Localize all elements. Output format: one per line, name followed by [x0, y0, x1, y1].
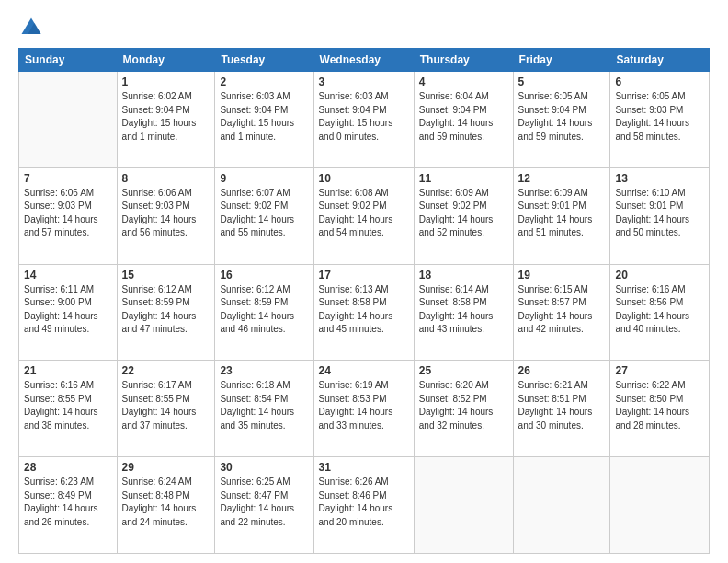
day-info: Sunrise: 6:20 AMSunset: 8:52 PMDaylight:… — [419, 379, 508, 432]
calendar-header-sunday: Sunday — [19, 49, 118, 72]
day-info: Sunrise: 6:25 AMSunset: 8:47 PMDaylight:… — [220, 476, 308, 529]
day-info: Sunrise: 6:05 AMSunset: 9:04 PMDaylight:… — [518, 90, 606, 144]
day-number: 8 — [122, 172, 210, 185]
day-number: 15 — [122, 269, 210, 282]
day-number: 21 — [24, 364, 112, 377]
day-number: 23 — [220, 364, 308, 377]
day-info: Sunrise: 6:07 AMSunset: 9:02 PMDaylight:… — [220, 187, 308, 240]
day-info: Sunrise: 6:18 AMSunset: 8:54 PMDaylight:… — [220, 379, 308, 432]
day-number: 16 — [220, 269, 308, 282]
calendar-cell: 18Sunrise: 6:14 AMSunset: 8:58 PMDayligh… — [414, 264, 513, 361]
calendar-cell — [610, 457, 710, 554]
calendar-cell: 4Sunrise: 6:04 AMSunset: 9:04 PMDaylight… — [414, 72, 513, 168]
day-info: Sunrise: 6:19 AMSunset: 8:53 PMDaylight:… — [319, 379, 409, 432]
calendar-table: SundayMondayTuesdayWednesdayThursdayFrid… — [18, 48, 710, 554]
logo — [18, 15, 48, 40]
logo-icon — [18, 15, 44, 40]
day-info: Sunrise: 6:16 AMSunset: 8:56 PMDaylight:… — [615, 283, 704, 337]
calendar-cell — [414, 457, 513, 554]
calendar-header-row: SundayMondayTuesdayWednesdayThursdayFrid… — [19, 49, 710, 72]
calendar-cell: 29Sunrise: 6:24 AMSunset: 8:48 PMDayligh… — [117, 457, 215, 554]
day-info: Sunrise: 6:15 AMSunset: 8:57 PMDaylight:… — [518, 283, 606, 337]
day-number: 3 — [319, 75, 409, 88]
day-number: 27 — [615, 364, 704, 377]
calendar-cell: 5Sunrise: 6:05 AMSunset: 9:04 PMDaylight… — [513, 72, 610, 168]
calendar-week-4: 28Sunrise: 6:23 AMSunset: 8:49 PMDayligh… — [19, 457, 710, 554]
calendar-cell: 8Sunrise: 6:06 AMSunset: 9:03 PMDaylight… — [117, 167, 215, 264]
day-info: Sunrise: 6:09 AMSunset: 9:02 PMDaylight:… — [419, 187, 508, 240]
day-number: 2 — [220, 75, 308, 88]
calendar-cell: 28Sunrise: 6:23 AMSunset: 8:49 PMDayligh… — [19, 457, 118, 554]
day-number: 9 — [220, 172, 308, 185]
day-number: 22 — [122, 364, 210, 377]
day-number: 1 — [122, 75, 210, 88]
header — [18, 15, 710, 40]
day-info: Sunrise: 6:12 AMSunset: 8:59 PMDaylight:… — [122, 283, 210, 337]
calendar-cell: 22Sunrise: 6:17 AMSunset: 8:55 PMDayligh… — [117, 361, 215, 457]
day-info: Sunrise: 6:06 AMSunset: 9:03 PMDaylight:… — [122, 187, 210, 240]
day-info: Sunrise: 6:16 AMSunset: 8:55 PMDaylight:… — [24, 379, 112, 432]
day-number: 12 — [518, 172, 606, 185]
day-number: 10 — [319, 172, 409, 185]
calendar-cell: 25Sunrise: 6:20 AMSunset: 8:52 PMDayligh… — [414, 361, 513, 457]
day-info: Sunrise: 6:05 AMSunset: 9:03 PMDaylight:… — [615, 90, 704, 144]
day-number: 26 — [518, 364, 606, 377]
day-info: Sunrise: 6:06 AMSunset: 9:03 PMDaylight:… — [24, 187, 112, 240]
calendar-cell: 3Sunrise: 6:03 AMSunset: 9:04 PMDaylight… — [313, 72, 414, 168]
calendar-header-monday: Monday — [117, 49, 215, 72]
calendar-cell: 20Sunrise: 6:16 AMSunset: 8:56 PMDayligh… — [610, 264, 710, 361]
calendar-cell: 30Sunrise: 6:25 AMSunset: 8:47 PMDayligh… — [215, 457, 313, 554]
day-info: Sunrise: 6:09 AMSunset: 9:01 PMDaylight:… — [518, 187, 606, 240]
day-number: 31 — [319, 461, 409, 474]
calendar-cell — [513, 457, 610, 554]
calendar-cell: 9Sunrise: 6:07 AMSunset: 9:02 PMDaylight… — [215, 167, 313, 264]
calendar-cell: 11Sunrise: 6:09 AMSunset: 9:02 PMDayligh… — [414, 167, 513, 264]
day-info: Sunrise: 6:11 AMSunset: 9:00 PMDaylight:… — [24, 283, 112, 337]
day-number: 5 — [518, 75, 606, 88]
calendar-header-wednesday: Wednesday — [313, 49, 414, 72]
calendar-cell — [19, 72, 118, 168]
day-info: Sunrise: 6:10 AMSunset: 9:01 PMDaylight:… — [615, 187, 704, 240]
calendar-cell: 24Sunrise: 6:19 AMSunset: 8:53 PMDayligh… — [313, 361, 414, 457]
calendar-cell: 7Sunrise: 6:06 AMSunset: 9:03 PMDaylight… — [19, 167, 118, 264]
day-number: 25 — [419, 364, 508, 377]
calendar-cell: 26Sunrise: 6:21 AMSunset: 8:51 PMDayligh… — [513, 361, 610, 457]
day-number: 19 — [518, 269, 606, 282]
calendar-cell: 14Sunrise: 6:11 AMSunset: 9:00 PMDayligh… — [19, 264, 118, 361]
day-info: Sunrise: 6:23 AMSunset: 8:49 PMDaylight:… — [24, 476, 112, 529]
day-number: 11 — [419, 172, 508, 185]
calendar-header-tuesday: Tuesday — [215, 49, 313, 72]
calendar-cell: 1Sunrise: 6:02 AMSunset: 9:04 PMDaylight… — [117, 72, 215, 168]
day-info: Sunrise: 6:13 AMSunset: 8:58 PMDaylight:… — [319, 283, 409, 337]
calendar-cell: 21Sunrise: 6:16 AMSunset: 8:55 PMDayligh… — [19, 361, 118, 457]
day-info: Sunrise: 6:03 AMSunset: 9:04 PMDaylight:… — [220, 90, 308, 144]
calendar-cell: 2Sunrise: 6:03 AMSunset: 9:04 PMDaylight… — [215, 72, 313, 168]
day-number: 29 — [122, 461, 210, 474]
day-number: 7 — [24, 172, 112, 185]
day-info: Sunrise: 6:26 AMSunset: 8:46 PMDaylight:… — [319, 476, 409, 529]
calendar-cell: 19Sunrise: 6:15 AMSunset: 8:57 PMDayligh… — [513, 264, 610, 361]
day-number: 30 — [220, 461, 308, 474]
calendar-cell: 6Sunrise: 6:05 AMSunset: 9:03 PMDaylight… — [610, 72, 710, 168]
calendar-cell: 15Sunrise: 6:12 AMSunset: 8:59 PMDayligh… — [117, 264, 215, 361]
day-number: 28 — [24, 461, 112, 474]
calendar-cell: 10Sunrise: 6:08 AMSunset: 9:02 PMDayligh… — [313, 167, 414, 264]
day-info: Sunrise: 6:03 AMSunset: 9:04 PMDaylight:… — [319, 90, 409, 144]
day-number: 13 — [615, 172, 704, 185]
day-info: Sunrise: 6:12 AMSunset: 8:59 PMDaylight:… — [220, 283, 308, 337]
page: SundayMondayTuesdayWednesdayThursdayFrid… — [0, 0, 728, 563]
day-info: Sunrise: 6:02 AMSunset: 9:04 PMDaylight:… — [122, 90, 210, 144]
day-info: Sunrise: 6:24 AMSunset: 8:48 PMDaylight:… — [122, 476, 210, 529]
day-number: 14 — [24, 269, 112, 282]
calendar-cell: 16Sunrise: 6:12 AMSunset: 8:59 PMDayligh… — [215, 264, 313, 361]
calendar-cell: 17Sunrise: 6:13 AMSunset: 8:58 PMDayligh… — [313, 264, 414, 361]
calendar-cell: 27Sunrise: 6:22 AMSunset: 8:50 PMDayligh… — [610, 361, 710, 457]
calendar-week-3: 21Sunrise: 6:16 AMSunset: 8:55 PMDayligh… — [19, 361, 710, 457]
calendar-header-saturday: Saturday — [610, 49, 710, 72]
day-number: 20 — [615, 269, 704, 282]
calendar-cell: 23Sunrise: 6:18 AMSunset: 8:54 PMDayligh… — [215, 361, 313, 457]
calendar-header-friday: Friday — [513, 49, 610, 72]
day-info: Sunrise: 6:04 AMSunset: 9:04 PMDaylight:… — [419, 90, 508, 144]
calendar-cell: 31Sunrise: 6:26 AMSunset: 8:46 PMDayligh… — [313, 457, 414, 554]
day-info: Sunrise: 6:22 AMSunset: 8:50 PMDaylight:… — [615, 379, 704, 432]
